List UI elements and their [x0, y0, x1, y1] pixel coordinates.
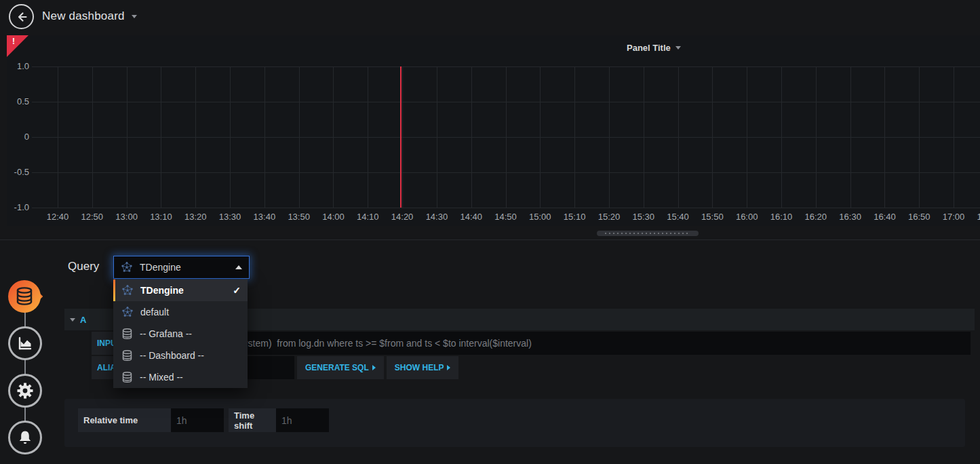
- x-axis-tick-label: 15:00: [526, 212, 553, 222]
- y-axis-tick-label: 0.5: [7, 96, 29, 107]
- x-axis-tick-label: 16:10: [768, 212, 795, 222]
- show-help-label: SHOW HELP: [395, 363, 444, 372]
- datasource-star-icon: [121, 284, 134, 296]
- generate-sql-button[interactable]: GENERATE SQL: [297, 356, 384, 379]
- chevron-right-icon: [447, 365, 450, 370]
- gridline-vertical: [678, 66, 679, 208]
- chevron-down-icon: [132, 15, 137, 18]
- query-ref-id: A: [80, 315, 86, 325]
- datasource-option[interactable]: -- Mixed --: [113, 366, 248, 388]
- x-axis-tick-label: 13:20: [182, 212, 209, 222]
- x-axis-tick-label: 15:20: [595, 212, 623, 222]
- gridline-vertical: [954, 66, 954, 208]
- generate-sql-label: GENERATE SQL: [305, 363, 369, 372]
- x-axis-tick-label: 14:10: [354, 212, 381, 222]
- gridline-vertical: [230, 66, 231, 208]
- datasource-select[interactable]: TDengine: [113, 256, 250, 279]
- gridline-vertical: [506, 66, 507, 208]
- x-axis-tick-label: 14:40: [458, 212, 485, 222]
- gridline-vertical: [884, 66, 885, 208]
- gridline-vertical: [781, 66, 782, 208]
- x-axis-tick-label: 12:40: [44, 212, 71, 222]
- x-axis-tick-label: 17:00: [940, 212, 967, 222]
- panel-error-corner[interactable]: [7, 35, 28, 57]
- x-axis-tick-label: 14:00: [319, 212, 347, 222]
- gridline-vertical: [402, 66, 403, 208]
- database-icon: [121, 328, 133, 340]
- x-axis-tick-label: 15:40: [665, 212, 692, 222]
- datasource-option-label: -- Dashboard --: [140, 350, 204, 361]
- gridline-vertical: [195, 66, 196, 208]
- x-axis-tick-label: 15:10: [561, 212, 588, 222]
- time-shift-label: Time shift: [229, 408, 276, 432]
- x-axis-tick-label: 13:30: [216, 212, 243, 222]
- input-sql-field[interactable]: [161, 332, 971, 355]
- x-axis-tick-label: 15:50: [699, 212, 726, 222]
- x-axis-tick-label: 16:30: [837, 212, 864, 222]
- y-axis-tick-label: -0.5: [7, 167, 29, 178]
- query-section-label: Query: [68, 260, 99, 273]
- gridline-vertical: [850, 66, 851, 208]
- gridline-vertical: [712, 66, 713, 208]
- chevron-up-icon: [235, 265, 242, 269]
- database-icon: [121, 371, 133, 383]
- gridline-vertical: [816, 66, 817, 208]
- gridline-vertical: [437, 66, 437, 208]
- gridline-vertical: [919, 66, 920, 208]
- tab-queries[interactable]: [7, 277, 45, 315]
- gridline-vertical: [92, 66, 93, 208]
- graph-panel: ! Panel Title 1.00.50-0.5-1.012:4012:501…: [7, 35, 980, 226]
- gridline-vertical: [609, 66, 610, 208]
- panel-title: Panel Title: [627, 43, 671, 53]
- x-axis-tick-label: 16:50: [905, 212, 933, 222]
- datasource-dropdown-menu: TDengine✓default-- Grafana ---- Dashboar…: [113, 279, 248, 388]
- chart-icon: [16, 334, 34, 352]
- tab-visualization[interactable]: [8, 326, 42, 360]
- back-button[interactable]: [9, 4, 34, 29]
- gridline-vertical: [299, 66, 300, 208]
- datasource-option[interactable]: TDengine✓: [113, 279, 248, 301]
- chevron-down-icon: [675, 46, 681, 50]
- gridline-vertical: [161, 66, 161, 208]
- datasource-option-label: -- Mixed --: [140, 372, 183, 383]
- datasource-option[interactable]: -- Grafana --: [113, 323, 248, 345]
- panel-title-menu[interactable]: Panel Title: [627, 40, 681, 55]
- gridline-vertical: [471, 66, 472, 208]
- datasource-star-icon: [121, 306, 134, 318]
- time-options-panel: Relative time Time shift: [64, 399, 965, 447]
- tab-alert[interactable]: [8, 421, 42, 455]
- database-icon: [121, 349, 133, 362]
- gridline-vertical: [368, 66, 368, 208]
- tab-general[interactable]: [8, 374, 42, 408]
- dashboard-title: New dashboard: [42, 9, 125, 23]
- relative-time-label: Relative time: [78, 408, 171, 432]
- x-axis-tick-label: 13:40: [251, 212, 278, 222]
- datasource-option[interactable]: -- Dashboard --: [113, 345, 248, 366]
- tab-connector-line: [24, 296, 26, 438]
- gridline-vertical: [264, 66, 265, 208]
- x-axis-tick-label: 14:50: [492, 212, 520, 222]
- chevron-right-icon: [372, 365, 376, 370]
- time-shift-field[interactable]: [276, 408, 329, 432]
- gridline-horizontal: [32, 208, 980, 208]
- show-help-button[interactable]: SHOW HELP: [387, 356, 459, 379]
- relative-time-field[interactable]: [171, 408, 224, 432]
- panel-resize-handle[interactable]: [597, 231, 699, 236]
- x-axis-tick-label: 15:30: [630, 212, 657, 222]
- annotation-line[interactable]: [400, 66, 401, 208]
- datasource-star-icon: [121, 261, 133, 273]
- gridline-vertical: [644, 66, 644, 208]
- arrow-left-icon: [16, 11, 28, 23]
- x-axis-tick-label: 16:20: [802, 212, 829, 222]
- gear-wrench-icon: [16, 381, 35, 400]
- datasource-selected-value: TDengine: [140, 262, 181, 273]
- checkmark-icon: ✓: [233, 285, 241, 296]
- datasource-option-label: -- Grafana --: [140, 328, 192, 339]
- dashboard-title-menu[interactable]: New dashboard: [42, 0, 137, 33]
- datasource-option-label: TDengine: [140, 285, 184, 296]
- gridline-vertical: [333, 66, 334, 208]
- gridline-vertical: [747, 66, 747, 208]
- collapse-caret-icon: [70, 318, 75, 322]
- gridline-vertical: [574, 66, 575, 208]
- datasource-option[interactable]: default: [113, 301, 248, 323]
